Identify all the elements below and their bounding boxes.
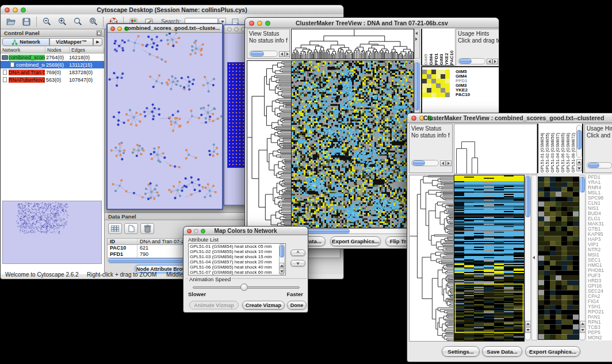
- scroll-up-button[interactable]: [580, 321, 586, 327]
- heatmap-hscrollbar[interactable]: [291, 228, 414, 234]
- scroll-thumb[interactable]: [280, 245, 284, 258]
- save-data-button[interactable]: Save Data...: [482, 346, 522, 357]
- scroll-thumb[interactable]: [525, 176, 530, 217]
- row-label[interactable]: PAC10: [456, 93, 499, 97]
- scroll-thumb[interactable]: [580, 177, 585, 193]
- hints-scrollbar[interactable]: [587, 162, 612, 168]
- scroll-thumb[interactable]: [588, 163, 599, 168]
- attribute-item[interactable]: GPL51-03 (GSM856) heat shock 15 min: [189, 254, 285, 259]
- scroll-down-button[interactable]: [576, 166, 582, 171]
- close-button[interactable]: [227, 27, 232, 32]
- main-titlebar[interactable]: Cytoscape Desktop (Session Name: collins…: [1, 5, 343, 15]
- done-button[interactable]: Done: [287, 301, 307, 309]
- scroll-thumb[interactable]: [250, 51, 264, 56]
- scroll-down-button[interactable]: [279, 269, 284, 274]
- column-dendrogram[interactable]: [454, 124, 537, 174]
- close-button[interactable]: [411, 116, 416, 121]
- float-panel-icon[interactable]: [97, 30, 102, 36]
- scroll-left-button[interactable]: [487, 59, 492, 64]
- save-session-button[interactable]: [21, 16, 32, 27]
- grid-view-button[interactable]: [108, 223, 122, 234]
- scroll-right-button[interactable]: [285, 51, 290, 57]
- heatmap-canvas[interactable]: [454, 175, 525, 342]
- column-header-nodes[interactable]: Nodes: [45, 47, 70, 53]
- export-graphics-button[interactable]: Export Graphics...: [330, 236, 381, 246]
- tab-vizmapper[interactable]: VizMapper™: [49, 38, 93, 46]
- heatmap-canvas[interactable]: [291, 60, 414, 228]
- column-header-network[interactable]: Network: [1, 47, 45, 53]
- settings-button[interactable]: Settings...: [442, 346, 480, 357]
- scroll-left-button[interactable]: [279, 51, 285, 57]
- network1-titlebar[interactable]: combined_scores_good.txt--cluste...: [108, 24, 222, 33]
- column-label[interactable]: GIM3: [439, 29, 444, 65]
- scroll-thumb[interactable]: [415, 62, 419, 110]
- move-down-button[interactable]: v: [290, 260, 305, 266]
- column-label[interactable]: GIM5: [423, 29, 429, 65]
- create-vizmap-button[interactable]: Create Vizmap: [242, 301, 285, 309]
- column-label[interactable]: GPL51-08 (GSM872): [571, 124, 576, 173]
- adjacency-matrix-view[interactable]: [227, 62, 245, 168]
- scroll-left-button[interactable]: [440, 160, 446, 166]
- row-dendrogram[interactable]: [409, 175, 454, 342]
- column-label[interactable]: GPL51-04 (GSM857): [555, 124, 560, 173]
- status-scrollbar[interactable]: [249, 51, 278, 57]
- column-label[interactable]: GPL51-06 (GSM865): [560, 124, 565, 173]
- scroll-up-button[interactable]: [576, 159, 582, 165]
- scroll-down-button[interactable]: [580, 327, 586, 333]
- network-row[interactable]: DNA and Tran 07 769(0) 183728(0): [1, 68, 104, 76]
- tab-overflow-button[interactable]: ▶: [93, 38, 102, 46]
- column-dendrogram[interactable]: [291, 29, 414, 59]
- column-scroll-strip[interactable]: [414, 29, 420, 59]
- hints-scrollbar[interactable]: [458, 58, 485, 64]
- status-scrollbar[interactable]: [411, 160, 439, 166]
- id-column-header[interactable]: ID: [108, 239, 137, 244]
- treeview2-titlebar[interactable]: ClusterMaker TreeView : combined_scores_…: [407, 113, 612, 123]
- mini-correlation-heatmap[interactable]: [422, 70, 450, 97]
- gene-label[interactable]: MON2: [588, 335, 612, 340]
- column-label[interactable]: GPL51-03 (GSM856): [550, 124, 555, 173]
- scroll-thumb[interactable]: [577, 130, 582, 150]
- attribute-item[interactable]: GPL51-04 (GSM857) heat shock 20 min: [189, 259, 285, 265]
- column-label[interactable]: GPL51-07 (GSM868): [565, 124, 571, 173]
- zoom-out-button[interactable]: [41, 16, 52, 27]
- zoom-fit-button[interactable]: [72, 16, 83, 27]
- attribute-item[interactable]: GPL51-02 (GSM855) heat shock 10 min: [189, 249, 285, 254]
- scroll-thumb[interactable]: [412, 160, 425, 166]
- column-label[interactable]: GPL51-02 (GSM855): [545, 124, 550, 173]
- labels-vscrollbar[interactable]: [576, 125, 582, 158]
- attribute-list-scrollbar[interactable]: [279, 244, 285, 275]
- scroll-right-button[interactable]: [492, 59, 498, 64]
- dialog-titlebar[interactable]: Map Colors to Network: [183, 227, 308, 235]
- column-label[interactable]: PAC10: [449, 29, 454, 65]
- new-attribute-button[interactable]: [124, 223, 138, 234]
- detail-heatmap[interactable]: [538, 177, 579, 340]
- column-label[interactable]: PFD1: [434, 29, 439, 65]
- tab-network[interactable]: Network: [2, 38, 49, 46]
- scroll-right-button[interactable]: [446, 160, 452, 166]
- minimize-button[interactable]: [117, 26, 122, 31]
- network-overview-thumbnail[interactable]: [2, 201, 102, 264]
- network-row[interactable]: combined_sco 2569(6) 13112(15): [1, 61, 104, 68]
- column-header-edges[interactable]: Edges: [70, 47, 104, 53]
- move-up-button[interactable]: ^: [290, 250, 305, 256]
- animate-vizmap-button[interactable]: Animate Vizmap: [189, 301, 239, 309]
- delete-attribute-button[interactable]: [140, 223, 154, 234]
- scroll-up-button[interactable]: [525, 321, 531, 327]
- column-label[interactable]: YKE2: [444, 29, 449, 65]
- gene-list-vscrollbar[interactable]: [579, 175, 586, 340]
- attribute-list[interactable]: GPL51-01 (GSM854) heat shock 05 minGPL51…: [188, 243, 286, 275]
- open-session-button[interactable]: [5, 16, 17, 27]
- column-label[interactable]: GIM4: [429, 29, 434, 65]
- minimize-button[interactable]: [234, 27, 239, 32]
- attribute-item[interactable]: GPL51-07 (GSM868) heat shock 60 min: [189, 270, 285, 275]
- heatmap-vscrollbar[interactable]: [525, 175, 531, 340]
- network-row[interactable]: RNAPuberNov2+ 563(0) 107847(0): [1, 76, 104, 83]
- attribute-item[interactable]: GPL51-01 (GSM854) heat shock 05 min: [189, 244, 285, 249]
- column-label[interactable]: GPL51-01 (GSM854): [540, 124, 545, 173]
- zoom-selected-button[interactable]: [87, 16, 99, 27]
- export-graphics-button[interactable]: Export Graphics...: [525, 346, 580, 357]
- scroll-thumb[interactable]: [459, 59, 472, 64]
- scroll-up-button[interactable]: [279, 263, 284, 268]
- network-view-canvas[interactable]: [108, 33, 222, 209]
- scroll-down-button[interactable]: [525, 327, 531, 333]
